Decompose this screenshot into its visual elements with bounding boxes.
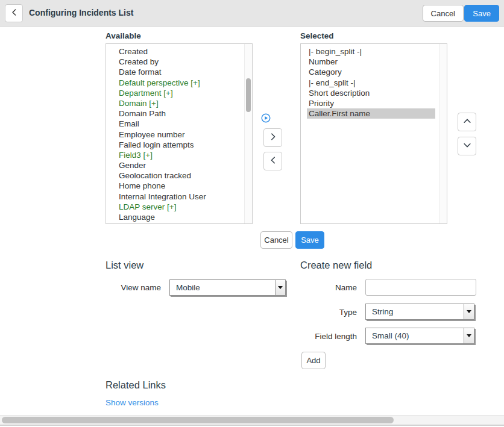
- available-listbox: Created Created by Date format Default p…: [106, 43, 253, 224]
- select-dropdown-button: [464, 328, 474, 343]
- triangle-down-icon: [467, 310, 471, 313]
- configuring-incidents-window: Configuring Incidents List Cancel Save A…: [0, 0, 504, 427]
- available-option[interactable]: LDAP server [+]: [106, 202, 244, 212]
- back-button[interactable]: [5, 4, 23, 22]
- available-option[interactable]: Language: [106, 212, 244, 222]
- header-save-button[interactable]: Save: [464, 5, 499, 22]
- select-dropdown-button: [275, 280, 285, 295]
- available-option[interactable]: Created: [106, 46, 244, 57]
- field-length-label: Field length: [300, 332, 357, 341]
- move-up-button[interactable]: [458, 113, 476, 131]
- available-option[interactable]: Domain [+]: [106, 98, 244, 108]
- move-down-button[interactable]: [458, 137, 476, 155]
- show-versions-link[interactable]: Show versions: [106, 398, 159, 407]
- available-option[interactable]: Created by: [106, 57, 244, 67]
- view-name-select[interactable]: Mobile: [169, 279, 286, 296]
- available-option[interactable]: Failed login attempts: [106, 140, 244, 150]
- selected-option[interactable]: Number: [307, 57, 435, 67]
- available-label: Available: [106, 31, 141, 40]
- type-select[interactable]: String: [365, 304, 474, 320]
- available-option[interactable]: Geolocation tracked: [106, 170, 244, 181]
- available-option[interactable]: Field3 [+]: [106, 150, 244, 160]
- selected-options: |- begin_split -| Number Category |- end…: [307, 44, 435, 223]
- horizontal-scrollbar-track[interactable]: [0, 415, 504, 425]
- play-circle-icon: [261, 114, 271, 125]
- chevron-left-icon: [10, 8, 18, 19]
- triangle-down-icon: [467, 334, 471, 337]
- expand-reference-button[interactable]: [261, 113, 271, 123]
- selected-option[interactable]: |- end_split -|: [307, 78, 435, 88]
- move-right-button[interactable]: [263, 128, 282, 147]
- add-button[interactable]: Add: [301, 352, 326, 369]
- available-option[interactable]: Last login: [106, 222, 244, 224]
- selected-option[interactable]: |- begin_split -|: [307, 46, 435, 57]
- slushbucket-save-button[interactable]: Save: [295, 231, 324, 249]
- field-length-value: Small (40): [366, 328, 464, 343]
- selected-option[interactable]: Priority: [307, 98, 435, 108]
- page-title: Configuring Incidents List: [29, 0, 133, 26]
- slushbucket-cancel-button[interactable]: Cancel: [260, 231, 292, 249]
- chevron-left-icon: [269, 156, 277, 167]
- triangle-down-icon: [278, 286, 283, 289]
- view-name-value: Mobile: [170, 280, 275, 295]
- select-dropdown-button: [464, 304, 474, 319]
- chevron-up-icon: [463, 117, 471, 128]
- available-option[interactable]: Gender: [106, 160, 244, 170]
- available-option[interactable]: Internal Integration User: [106, 192, 244, 202]
- chevron-right-icon: [269, 132, 277, 143]
- selected-scrollbar-track[interactable]: [439, 44, 447, 223]
- available-scrollbar-track[interactable]: [244, 44, 252, 223]
- available-option[interactable]: Default perspective [+]: [106, 78, 244, 88]
- selected-listbox: |- begin_split -| Number Category |- end…: [300, 43, 447, 224]
- create-new-field-heading: Create new field: [300, 260, 372, 271]
- available-option[interactable]: Employee number: [106, 129, 244, 140]
- header-bar: Configuring Incidents List Cancel Save: [0, 0, 504, 26]
- type-label: Type: [300, 308, 357, 317]
- available-scrollbar-thumb[interactable]: [246, 78, 251, 112]
- name-label: Name: [300, 283, 357, 292]
- chevron-down-icon: [463, 141, 471, 152]
- view-name-label: View name: [98, 283, 161, 292]
- name-field[interactable]: [365, 279, 476, 296]
- list-view-heading: List view: [106, 260, 143, 271]
- selected-option[interactable]: Category: [307, 67, 435, 77]
- field-length-select[interactable]: Small (40): [365, 328, 474, 344]
- horizontal-scrollbar-thumb[interactable]: [2, 417, 394, 423]
- selected-option[interactable]: Caller.First name: [307, 108, 435, 119]
- available-option[interactable]: Domain Path: [106, 108, 244, 119]
- available-option[interactable]: Date format: [106, 67, 244, 77]
- selected-label: Selected: [300, 31, 334, 40]
- header-cancel-button[interactable]: Cancel: [423, 5, 464, 22]
- available-option[interactable]: Home phone: [106, 181, 244, 191]
- available-option[interactable]: Email: [106, 119, 244, 129]
- related-links-heading: Related Links: [106, 379, 166, 391]
- selected-option[interactable]: Short description: [307, 88, 435, 98]
- available-options: Created Created by Date format Default p…: [106, 44, 244, 223]
- bottom-edge-divider: [0, 425, 504, 426]
- type-value: String: [366, 304, 464, 319]
- available-option[interactable]: Department [+]: [106, 88, 244, 98]
- move-left-button[interactable]: [263, 152, 282, 170]
